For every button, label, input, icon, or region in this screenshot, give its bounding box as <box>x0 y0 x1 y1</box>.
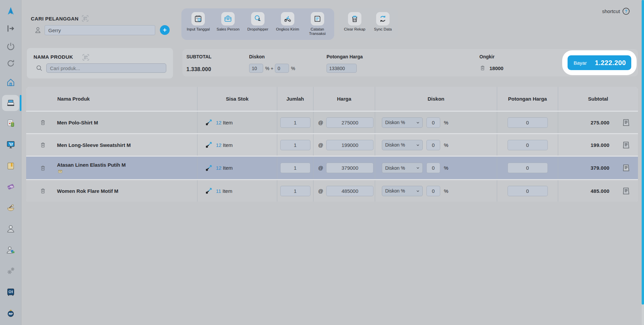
delete-row-icon[interactable] <box>40 119 46 126</box>
settings-icon[interactable] <box>6 266 16 276</box>
delete-row-icon[interactable] <box>40 187 46 195</box>
potongan-input[interactable] <box>508 140 548 150</box>
stock-transfer-icon[interactable] <box>205 141 213 149</box>
row-note-icon[interactable] <box>622 118 631 127</box>
qty-input[interactable] <box>280 140 310 150</box>
sidebar-item-pos-active[interactable] <box>2 95 19 111</box>
price-input[interactable] <box>326 186 373 196</box>
potongan-input[interactable] <box>508 163 548 173</box>
home-icon[interactable] <box>6 77 16 88</box>
stock-transfer-icon[interactable] <box>205 164 213 172</box>
stock-transfer-icon[interactable] <box>205 187 213 195</box>
row-note-icon[interactable] <box>622 141 631 150</box>
cash-rp-icon[interactable] <box>6 308 16 318</box>
clear-rekap-button[interactable]: Clear Rekap <box>341 12 369 38</box>
input-tanggal-button[interactable]: Input Tanggal <box>183 12 213 40</box>
stock-count: 11 <box>216 188 221 194</box>
sync-data-button[interactable]: Sync Data <box>369 12 397 38</box>
stock-count: 12 <box>216 165 222 171</box>
discount-pct-input[interactable] <box>426 163 440 173</box>
discount-type-select[interactable]: Diskon % <box>382 140 423 150</box>
product-name: Men Polo-Shirt M <box>57 120 98 125</box>
qty-input[interactable] <box>280 186 310 196</box>
cart-table: Nama Produk Sisa Stok Jumlah Harga Disko… <box>26 87 638 202</box>
sidebar <box>0 0 21 325</box>
scan-customer-icon[interactable] <box>81 14 90 23</box>
percent-symbol: % <box>444 165 448 171</box>
customer-icon[interactable] <box>6 224 16 234</box>
row-note-icon[interactable] <box>622 186 631 196</box>
potongan-input[interactable] <box>508 186 548 196</box>
discount-pct-input[interactable] <box>426 140 440 150</box>
table-row[interactable]: Men Polo-Shirt M 12 Item @ Diskon % % 27… <box>26 112 638 133</box>
table-row[interactable]: Women Rok Flare Motif M 11 Item @ Diskon… <box>26 180 638 202</box>
logout-icon[interactable] <box>6 23 16 34</box>
summary-bar: SUBTOTAL 1.338.000 Diskon % + % Potongan… <box>182 49 638 76</box>
question-icon[interactable] <box>622 7 630 15</box>
shortcut-help[interactable]: shortcut <box>602 7 630 15</box>
sync-icon <box>376 12 390 25</box>
app-logo-icon[interactable] <box>6 6 16 16</box>
diskon-pct-2-input[interactable] <box>275 64 289 73</box>
bayar-total: 1.222.200 <box>595 59 626 67</box>
percent-symbol: % <box>444 120 448 125</box>
at-sign: @ <box>318 188 323 194</box>
ongkos-kirim-button[interactable]: Ongkos Kirim <box>273 12 302 40</box>
table-row-selected[interactable]: Atasan Linen Elastis Putih M 12 Item @ D… <box>26 157 638 179</box>
supplier-icon[interactable] <box>6 245 16 255</box>
customer-search-input[interactable] <box>45 25 155 35</box>
discount-pct-input[interactable] <box>426 117 440 128</box>
scrollbar-thumb[interactable] <box>642 0 644 305</box>
scan-product-icon[interactable] <box>81 53 90 62</box>
mortar-icon[interactable] <box>6 203 16 213</box>
shortcut-label: shortcut <box>602 8 620 14</box>
percent-symbol: % <box>444 142 448 148</box>
potongan-input[interactable] <box>508 117 548 128</box>
price-input[interactable] <box>326 117 373 128</box>
catatan-transaksi-button[interactable]: Catatan Transaksi <box>303 12 332 40</box>
discount-type-select[interactable]: Diskon % <box>382 117 423 128</box>
refresh-icon[interactable] <box>6 58 16 68</box>
row-note-icon[interactable] <box>622 163 631 172</box>
at-sign: @ <box>318 142 323 148</box>
orders-icon[interactable] <box>6 118 16 128</box>
table-row[interactable]: Men Long-Sleeve Sweatshirt M 12 Item @ D… <box>26 134 638 156</box>
product-search-input[interactable] <box>46 63 166 73</box>
online-store-icon[interactable] <box>6 140 16 150</box>
qty-input[interactable] <box>280 117 310 128</box>
delete-row-icon[interactable] <box>40 164 46 172</box>
transaction-note-icon <box>311 12 324 25</box>
potongan-harga-input[interactable] <box>327 64 357 73</box>
qty-input[interactable] <box>280 163 310 173</box>
vault-icon[interactable] <box>6 287 16 297</box>
sales-person-button[interactable]: Sales Person <box>213 12 243 40</box>
stock-unit: Item <box>223 142 233 148</box>
ledger-icon[interactable] <box>6 161 16 171</box>
dropshipper-icon <box>251 12 265 25</box>
product-name: Men Long-Sleeve Sweatshirt M <box>57 142 131 148</box>
stock-unit: Item <box>223 165 233 171</box>
price-input[interactable] <box>326 140 373 150</box>
product-name: Women Rok Flare Motif M <box>57 188 118 194</box>
product-name: Atasan Linen Elastis Putih M <box>57 162 126 168</box>
discount-type-select[interactable]: Diskon % <box>382 163 423 173</box>
add-customer-button[interactable] <box>160 25 170 35</box>
row-subtotal: 379.000 <box>591 165 609 171</box>
percent-symbol: % <box>444 188 448 194</box>
toolbar-group-1: Input Tanggal Sales Person Dropshipper O… <box>181 8 334 40</box>
active-indicator <box>20 95 21 111</box>
power-icon[interactable] <box>6 41 16 51</box>
discount-type-select[interactable]: Diskon % <box>382 186 423 196</box>
bayar-label: Bayar <box>574 60 587 66</box>
price-input[interactable] <box>326 163 373 173</box>
diskon-pct-1-input[interactable] <box>249 64 263 73</box>
ongkir-delete-icon[interactable] <box>479 64 486 71</box>
discount-pct-input[interactable] <box>426 186 440 196</box>
chevron-down-icon <box>416 166 420 170</box>
bayar-button[interactable]: Bayar 1.222.200 <box>568 55 631 70</box>
stock-transfer-icon[interactable] <box>205 118 213 126</box>
discount-tag-icon[interactable] <box>6 182 16 192</box>
delete-row-icon[interactable] <box>40 141 46 149</box>
table-header: Nama Produk Sisa Stok Jumlah Harga Disko… <box>26 87 638 111</box>
dropshipper-button[interactable]: Dropshipper <box>243 12 273 40</box>
